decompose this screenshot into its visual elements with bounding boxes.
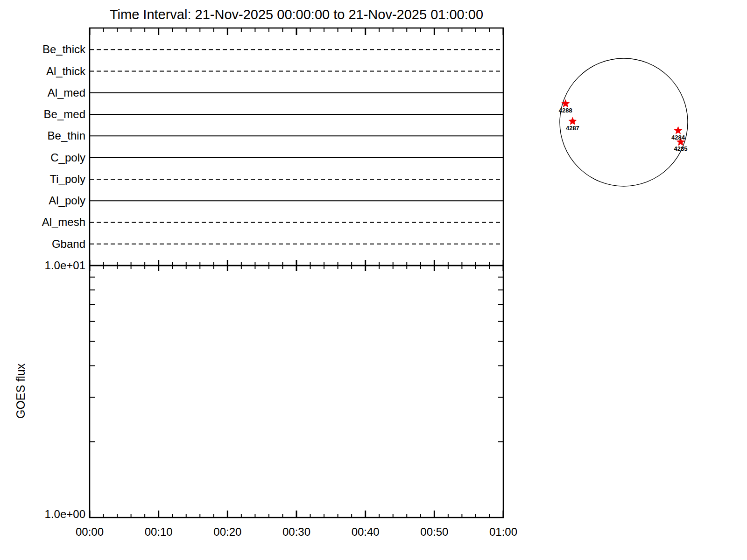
goes-panel-box: [90, 266, 503, 518]
filter-label-Gband: Gband: [0, 238, 85, 250]
active-region-label-4287: 4287: [558, 125, 586, 132]
active-region-star-4287: [568, 117, 577, 125]
xtick-label-00-00: 00:00: [57, 526, 122, 538]
xtick-label-00-40: 00:40: [333, 526, 398, 538]
active-region-label-4285: 4285: [667, 146, 695, 152]
xtick-label-00-50: 00:50: [402, 526, 467, 538]
filter-label-Ti_poly: Ti_poly: [0, 173, 85, 185]
filter-panel-box: [90, 28, 503, 266]
filter-label-Al_mesh: Al_mesh: [0, 216, 85, 228]
xtick-label-00-30: 00:30: [264, 526, 329, 538]
solar-disk: [560, 58, 688, 186]
filter-label-Be_med: Be_med: [0, 108, 85, 120]
filter-label-Be_thick: Be_thick: [0, 43, 85, 56]
active-region-label-4288: 4288: [551, 107, 579, 114]
xtick-label-00-10: 00:10: [126, 526, 191, 538]
filter-label-C_poly: C_poly: [0, 152, 85, 164]
filter-label-Al_med: Al_med: [0, 87, 85, 99]
active-region-label-4284: 4284: [664, 134, 692, 141]
filter-label-Al_poly: Al_poly: [0, 195, 85, 207]
xtick-label-01-00: 01:00: [471, 526, 536, 538]
filter-label-Al_thick: Al_thick: [0, 65, 85, 77]
filter-label-Be_thin: Be_thin: [0, 130, 85, 142]
active-region-star-4288: [561, 99, 570, 107]
active-region-star-4284: [674, 126, 682, 134]
chart-svg: [0, 0, 747, 560]
ytick-label-1e01: 1.0e+01: [27, 259, 85, 272]
chart-title: Time Interval: 21-Nov-2025 00:00:00 to 2…: [90, 7, 503, 22]
ytick-label-1e00: 1.0e+00: [27, 508, 85, 520]
plot-canvas: Time Interval: 21-Nov-2025 00:00:00 to 2…: [0, 0, 747, 560]
goes-flux-ylabel: GOES flux: [14, 321, 27, 461]
xtick-label-00-20: 00:20: [195, 526, 260, 538]
